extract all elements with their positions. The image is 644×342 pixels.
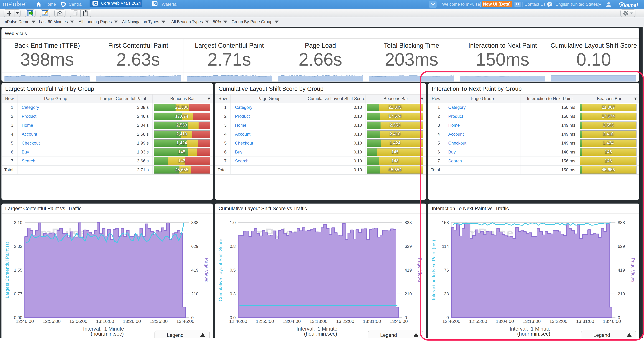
svg-text:0.77: 0.77 [14, 291, 22, 296]
svg-text:13:26:00: 13:26:00 [123, 319, 141, 324]
svg-text:210: 210 [191, 291, 198, 296]
svg-text:210: 210 [404, 291, 412, 296]
svg-text:629: 629 [191, 244, 198, 249]
svg-text:12:56:00: 12:56:00 [42, 319, 60, 324]
svg-text:629: 629 [404, 244, 412, 249]
svg-text:Legend: Legend [167, 332, 184, 338]
svg-text:13:16:00: 13:16:00 [96, 319, 114, 324]
svg-text:12:46:00: 12:46:00 [229, 319, 247, 324]
svg-text:419: 419 [191, 268, 198, 272]
svg-text:1.0: 1.0 [230, 220, 236, 225]
svg-text:Page Views: Page Views [204, 258, 209, 282]
svg-text:13:46:00: 13:46:00 [176, 319, 194, 324]
svg-text:Legend: Legend [380, 332, 397, 338]
svg-text:838: 838 [404, 220, 412, 225]
svg-text:13:06:00: 13:06:00 [69, 319, 87, 324]
svg-text:12:55:00: 12:55:00 [256, 319, 274, 324]
svg-text:Cumulative Layout Shift Score: Cumulative Layout Shift Score [218, 239, 223, 301]
svg-text:12:46:00: 12:46:00 [16, 319, 34, 324]
svg-text:13:46:00: 13:46:00 [390, 319, 408, 324]
svg-text:Largest Contentful Paint (s): Largest Contentful Paint (s) [4, 242, 10, 298]
svg-text:0.8: 0.8 [230, 244, 236, 249]
svg-text:0.3: 0.3 [230, 291, 236, 296]
svg-text:838: 838 [191, 220, 198, 225]
svg-text:(hour:min:sec): (hour:min:sec) [304, 331, 337, 337]
svg-text:13:31:00: 13:31:00 [363, 319, 381, 324]
svg-text:13:22:00: 13:22:00 [336, 319, 354, 324]
svg-text:3.10: 3.10 [14, 220, 22, 225]
svg-text:13:13:00: 13:13:00 [309, 319, 327, 324]
svg-text:13:04:00: 13:04:00 [282, 319, 300, 324]
svg-text:0.5: 0.5 [230, 268, 236, 272]
svg-text:1.55: 1.55 [14, 268, 22, 272]
svg-text:(hour:min:sec): (hour:min:sec) [90, 331, 124, 337]
svg-text:13:36:00: 13:36:00 [150, 319, 168, 324]
svg-text:419: 419 [404, 268, 412, 272]
svg-text:Akamai: Akamai [620, 3, 638, 8]
svg-text:?: ? [548, 2, 551, 6]
svg-text:2.32: 2.32 [14, 244, 22, 249]
